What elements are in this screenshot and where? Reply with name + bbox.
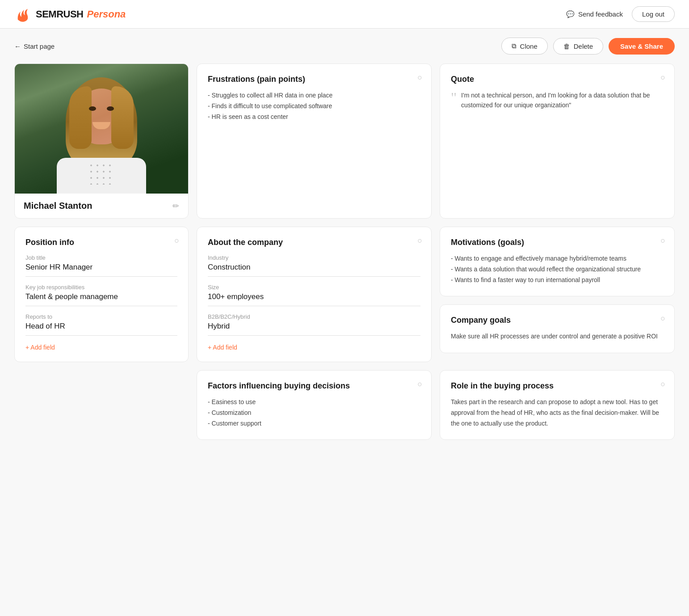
hint-icon-company-goals: ○ [660, 314, 665, 323]
add-field-link-about[interactable]: + Add field [208, 344, 420, 351]
start-page-link[interactable]: ← Start page [14, 42, 55, 50]
hint-icon-role: ○ [660, 380, 665, 389]
logo-persona-text: Persona [87, 8, 126, 20]
company-goals-content: Make sure all HR processes are under con… [451, 331, 664, 342]
logo-area: SEMRUSH Persona [14, 5, 126, 23]
edit-pencil-icon[interactable]: ✏ [172, 201, 179, 211]
hint-icon-quote: ○ [660, 73, 665, 82]
hint-icon-about: ○ [417, 236, 422, 245]
frustrations-title: Frustrations (pain points) [208, 75, 420, 84]
arrow-left-icon: ← [14, 42, 21, 50]
industry-label: Industry [208, 254, 420, 261]
position-info-card: ○ Position info Job title Senior HR Mana… [14, 227, 189, 362]
profile-name: Michael Stanton [24, 201, 92, 211]
frustrations-card: ○ Frustrations (pain points) - Struggles… [197, 63, 432, 219]
factors-content: - Easiness to use - Customization - Cust… [208, 397, 420, 429]
size-label: Size [208, 284, 420, 291]
responsibilities-label: Key job responsibilities [25, 284, 177, 291]
semrush-logo-icon [14, 5, 32, 23]
size-value: 100+ employees [208, 292, 420, 306]
hint-icon-frustrations: ○ [417, 73, 422, 82]
about-company-card: ○ About the company Industry Constructio… [197, 227, 432, 362]
quote-card: ○ Quote " I'm not a technical person, an… [440, 63, 675, 219]
quote-mark-icon: " [451, 90, 457, 105]
quote-body: " I'm not a technical person, and I'm lo… [451, 90, 664, 110]
start-page-label: Start page [24, 42, 55, 50]
header: SEMRUSH Persona 💬 Send feedback Log out [0, 0, 689, 29]
responsibilities-value: Talent & people manageme [25, 292, 177, 306]
industry-value: Construction [208, 263, 420, 277]
hint-icon: ○ [174, 236, 179, 245]
quote-title: Quote [451, 75, 664, 84]
about-company-title: About the company [208, 238, 420, 247]
profile-card: Michael Stanton ✏ [14, 63, 189, 219]
company-goals-card: ○ Company goals Make sure all HR process… [440, 304, 675, 353]
toolbar: ← Start page ⧉ Clone 🗑 Delete Save & Sha… [0, 29, 689, 63]
motivations-title: Motivations (goals) [451, 238, 664, 247]
quote-content: I'm not a technical person, and I'm look… [461, 90, 664, 110]
type-label: B2B/B2C/Hybrid [208, 313, 420, 320]
logout-button[interactable]: Log out [632, 6, 675, 22]
chat-icon: 💬 [566, 10, 575, 18]
factors-card: ○ Factors influencing buying decisions -… [197, 370, 432, 440]
job-title-value: Senior HR Manager [25, 263, 177, 277]
clone-icon: ⧉ [512, 42, 517, 50]
add-field-link-position[interactable]: + Add field [25, 344, 177, 351]
delete-icon: 🗑 [563, 42, 570, 50]
reports-to-value: Head of HR [25, 322, 177, 336]
factors-title: Factors influencing buying decisions [208, 381, 420, 391]
frustrations-content: - Struggles to collect all HR data in on… [208, 90, 420, 122]
toolbar-actions: ⧉ Clone 🗑 Delete Save & Share [501, 38, 675, 55]
reports-to-label: Reports to [25, 313, 177, 320]
logo-semrush-text: SEMRUSH [36, 8, 84, 20]
save-share-button[interactable]: Save & Share [609, 38, 675, 55]
hint-icon-factors: ○ [417, 380, 422, 389]
send-feedback-link[interactable]: 💬 Send feedback [566, 10, 623, 18]
job-title-label: Job title [25, 254, 177, 261]
position-info-title: Position info [25, 238, 177, 247]
motivations-card: ○ Motivations (goals) - Wants to engage … [440, 227, 675, 296]
clone-button[interactable]: ⧉ Clone [501, 38, 548, 55]
profile-image-container [15, 64, 188, 194]
header-right: 💬 Send feedback Log out [566, 6, 675, 22]
delete-button[interactable]: 🗑 Delete [553, 38, 603, 55]
role-title: Role in the buying process [451, 381, 664, 391]
motivations-content: - Wants to engage and effectively manage… [451, 253, 664, 285]
right-col-stack: ○ Motivations (goals) - Wants to engage … [440, 227, 675, 362]
hint-icon-motivations: ○ [660, 236, 665, 245]
main-content: Michael Stanton ✏ ○ Position info Job ti… [0, 63, 689, 454]
profile-name-row: Michael Stanton ✏ [15, 194, 188, 218]
role-content: Takes part in the research and can propo… [451, 397, 664, 429]
type-value: Hybrid [208, 322, 420, 336]
send-feedback-label: Send feedback [578, 10, 623, 18]
company-goals-title: Company goals [451, 316, 664, 325]
role-card: ○ Role in the buying process Takes part … [440, 370, 675, 440]
